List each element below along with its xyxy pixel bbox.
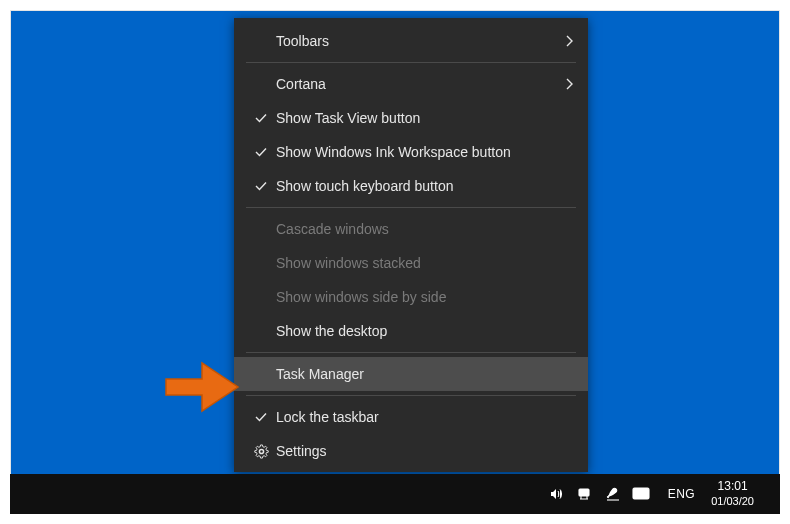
desktop-background: Toolbars Cortana Show Task View button <box>10 10 780 514</box>
menu-item-cortana[interactable]: Cortana <box>234 67 588 101</box>
menu-item-show-task-view[interactable]: Show Task View button <box>234 101 588 135</box>
check-icon <box>246 179 276 193</box>
menu-item-cascade-windows: Cascade windows <box>234 212 588 246</box>
menu-item-show-touch-keyboard[interactable]: Show touch keyboard button <box>234 169 588 203</box>
menu-item-label: Show windows stacked <box>276 255 574 271</box>
menu-item-show-desktop[interactable]: Show the desktop <box>234 314 588 348</box>
clock-time: 13:01 <box>711 479 754 494</box>
ink-workspace-icon[interactable] <box>604 485 622 503</box>
menu-item-label: Cortana <box>276 76 560 92</box>
menu-separator <box>246 395 576 396</box>
taskbar-context-menu: Toolbars Cortana Show Task View button <box>234 18 588 472</box>
svg-rect-1 <box>633 488 649 499</box>
check-icon <box>246 410 276 424</box>
menu-item-task-manager[interactable]: Task Manager <box>234 357 588 391</box>
gear-icon <box>246 444 276 459</box>
menu-item-label: Toolbars <box>276 33 560 49</box>
network-icon[interactable] <box>576 485 594 503</box>
menu-item-settings[interactable]: Settings <box>234 434 588 468</box>
check-icon <box>246 145 276 159</box>
clock[interactable]: 13:01 01/03/20 <box>705 479 766 509</box>
menu-item-label: Lock the taskbar <box>276 409 574 425</box>
menu-item-lock-taskbar[interactable]: Lock the taskbar <box>234 400 588 434</box>
menu-separator <box>246 352 576 353</box>
menu-item-label: Show Task View button <box>276 110 574 126</box>
check-icon <box>246 111 276 125</box>
volume-icon[interactable] <box>548 485 566 503</box>
chevron-right-icon <box>560 78 574 90</box>
menu-item-windows-stacked: Show windows stacked <box>234 246 588 280</box>
menu-item-label: Cascade windows <box>276 221 574 237</box>
language-indicator[interactable]: ENG <box>658 487 706 501</box>
menu-item-label: Show Windows Ink Workspace button <box>276 144 574 160</box>
menu-item-label: Show the desktop <box>276 323 574 339</box>
menu-item-toolbars[interactable]: Toolbars <box>234 24 588 58</box>
system-tray: ENG 13:01 01/03/20 <box>540 474 780 514</box>
menu-item-windows-side-by-side: Show windows side by side <box>234 280 588 314</box>
menu-item-label: Show touch keyboard button <box>276 178 574 194</box>
menu-item-label: Show windows side by side <box>276 289 574 305</box>
menu-item-label: Task Manager <box>276 366 574 382</box>
show-desktop-button[interactable] <box>766 474 780 514</box>
svg-rect-0 <box>579 489 589 496</box>
menu-separator <box>246 62 576 63</box>
menu-separator <box>246 207 576 208</box>
touch-keyboard-icon[interactable] <box>632 485 650 503</box>
menu-item-show-ink-workspace[interactable]: Show Windows Ink Workspace button <box>234 135 588 169</box>
tray-icons-group <box>540 485 658 503</box>
taskbar[interactable]: ENG 13:01 01/03/20 <box>10 474 780 514</box>
clock-date: 01/03/20 <box>711 494 754 509</box>
pointer-arrow-annotation <box>160 357 240 421</box>
chevron-right-icon <box>560 35 574 47</box>
menu-item-label: Settings <box>276 443 574 459</box>
